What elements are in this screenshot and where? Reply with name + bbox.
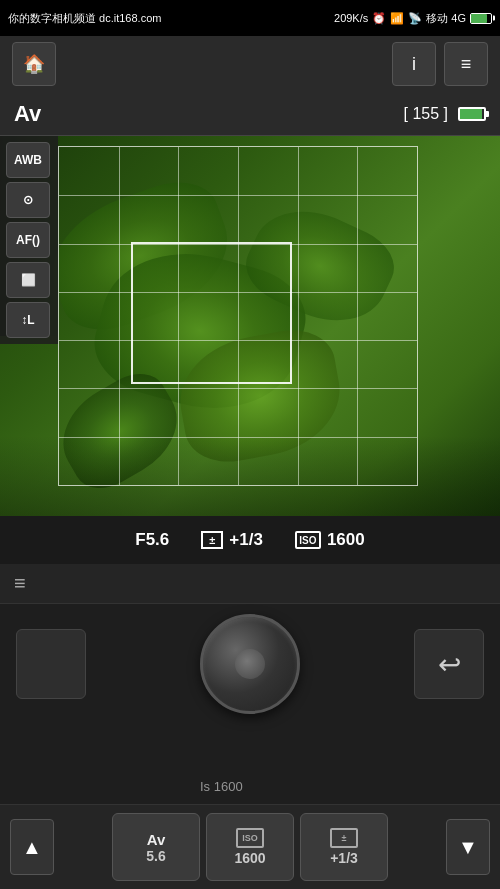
mode-right: [ 155 ] — [404, 105, 486, 123]
awb-label: AWB — [14, 153, 42, 167]
iso-display: ISO 1600 — [295, 530, 365, 550]
shutter-dial[interactable] — [200, 614, 300, 714]
status-right: 209K/s ⏰ 📶 📡 移动 4G — [334, 11, 492, 26]
website-label: 你的数字相机频道 dc.it168.com — [8, 11, 161, 26]
down-arrow-icon: ▼ — [458, 836, 478, 859]
drive-icon: ⊙ — [23, 193, 33, 207]
top-bar: 🏠 i ≡ — [0, 36, 500, 92]
back-icon: ↩ — [438, 648, 461, 681]
home-button[interactable]: 🏠 — [12, 42, 56, 86]
home-icon: 🏠 — [23, 53, 45, 75]
carrier-label: 移动 4G — [426, 11, 466, 26]
av-tab-label: Av — [147, 831, 166, 848]
camera-battery-icon — [458, 107, 486, 121]
ev-tab-icon: ± — [330, 828, 358, 848]
down-arrow-button[interactable]: ▼ — [446, 819, 490, 875]
controls-area: ≡ ↩ — [0, 564, 500, 804]
status-bar: 你的数字相机频道 dc.it168.com 209K/s ⏰ 📶 📡 移动 4G — [0, 0, 500, 36]
ev-tab[interactable]: ± +1/3 — [300, 813, 388, 881]
aperture-value: F5.6 — [135, 530, 169, 550]
viewfinder-background — [0, 136, 500, 516]
up-arrow-icon: ▲ — [22, 836, 42, 859]
speed-label: 209K/s — [334, 12, 368, 24]
iso-icon: ISO — [295, 531, 321, 549]
info-button[interactable]: i — [392, 42, 436, 86]
av-tab[interactable]: Av 5.6 — [112, 813, 200, 881]
battery-icon — [470, 13, 492, 24]
ev-display: ± +1/3 — [201, 530, 263, 550]
main-controls: ↩ — [0, 604, 500, 724]
left-sidebar: AWB ⊙ AF() ⬜ ↕L — [0, 136, 58, 344]
bottom-shadow — [0, 436, 500, 516]
signal-icon: 📡 — [408, 12, 422, 25]
ev-tab-value: +1/3 — [330, 850, 358, 866]
av-tab-value: 5.6 — [146, 848, 165, 864]
filter-icon[interactable]: ≡ — [14, 572, 26, 595]
up-arrow-button[interactable]: ▲ — [10, 819, 54, 875]
top-right-buttons: i ≡ — [392, 42, 488, 86]
bottom-bar: ▲ Av 5.6 ISO 1600 ± +1/3 ▼ — [0, 804, 500, 889]
is1600-label: Is 1600 — [200, 779, 243, 794]
wifi-icon: 📶 — [390, 12, 404, 25]
stabilizer-btn[interactable]: ↕L — [6, 302, 50, 338]
ev-icon: ± — [201, 531, 223, 549]
metering-icon: ⬜ — [21, 273, 36, 287]
iso-value: 1600 — [327, 530, 365, 550]
menu-icon: ≡ — [461, 54, 472, 75]
menu-button[interactable]: ≡ — [444, 42, 488, 86]
bottom-tabs: Av 5.6 ISO 1600 ± +1/3 — [54, 813, 446, 881]
mode-label: Av — [14, 101, 41, 127]
aperture-display: F5.6 — [135, 530, 169, 550]
drive-btn[interactable]: ⊙ — [6, 182, 50, 218]
viewfinder[interactable] — [0, 136, 500, 516]
awb-btn[interactable]: AWB — [6, 142, 50, 178]
iso-tab[interactable]: ISO 1600 — [206, 813, 294, 881]
iso-tab-value: 1600 — [234, 850, 265, 866]
filter-strip: ≡ — [0, 564, 500, 604]
back-button[interactable]: ↩ — [414, 629, 484, 699]
stabilizer-icon: ↕L — [21, 313, 34, 327]
info-bar: F5.6 ± +1/3 ISO 1600 — [0, 516, 500, 564]
info-icon: i — [412, 54, 416, 75]
shot-count: [ 155 ] — [404, 105, 448, 123]
status-left: 你的数字相机频道 dc.it168.com — [8, 11, 161, 26]
metering-btn[interactable]: ⬜ — [6, 262, 50, 298]
af-label: AF() — [16, 233, 40, 247]
af-btn[interactable]: AF() — [6, 222, 50, 258]
mode-bar: Av [ 155 ] — [0, 92, 500, 136]
iso-tab-icon: ISO — [236, 828, 264, 848]
left-control-button[interactable] — [16, 629, 86, 699]
clock-icon: ⏰ — [372, 12, 386, 25]
ev-value: +1/3 — [229, 530, 263, 550]
